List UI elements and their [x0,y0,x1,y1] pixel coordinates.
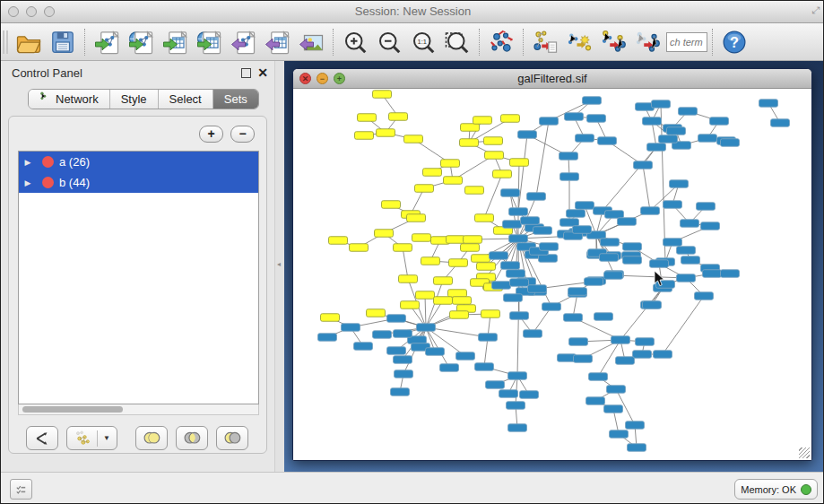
horizontal-scrollbar[interactable] [18,404,259,415]
network-node-blue[interactable] [528,285,547,293]
network-node-blue[interactable] [623,256,642,265]
network-node-blue[interactable] [670,180,689,188]
network-node-blue[interactable] [610,430,629,439]
network-node-yellow[interactable] [355,132,374,140]
network-node-blue[interactable] [492,282,511,290]
network-node-blue[interactable] [456,352,475,361]
network-node-blue[interactable] [586,397,605,405]
network-node-blue[interactable] [721,270,740,278]
network-node-blue[interactable] [626,421,645,430]
network-node-blue[interactable] [507,270,525,278]
network-node-yellow[interactable] [472,255,490,263]
network-node-blue[interactable] [574,355,593,363]
network-node-blue[interactable] [394,356,412,364]
network-node-blue[interactable] [318,334,337,342]
network-node-blue[interactable] [475,363,494,371]
network-node-yellow[interactable] [407,214,426,222]
network-node-blue[interactable] [652,100,671,109]
network-node-yellow[interactable] [465,187,484,195]
create-set-from-network-button[interactable]: ▼ [66,426,117,450]
network-node-blue[interactable] [342,324,360,332]
network-node-blue[interactable] [527,193,546,201]
set-difference-button[interactable] [216,426,248,450]
zoom-selected-region-button[interactable] [440,26,474,58]
network-node-yellow[interactable] [447,236,465,244]
network-node-yellow[interactable] [453,297,472,305]
network-node-yellow[interactable] [485,152,504,160]
network-node-blue[interactable] [623,243,642,251]
network-node-blue[interactable] [394,330,412,338]
panel-splitter[interactable]: ◂ [274,61,284,472]
scrollbar-thumb[interactable] [22,406,123,413]
network-node-blue[interactable] [565,113,584,121]
network-node-blue[interactable] [650,260,669,268]
fullscreen-icon[interactable]: ⤢ [811,4,820,16]
network-node-blue[interactable] [542,303,561,311]
network-node-yellow[interactable] [321,314,340,322]
network-node-blue[interactable] [508,372,527,380]
network-node-yellow[interactable] [373,91,392,99]
network-node-blue[interactable] [659,135,678,143]
dropdown-arrow-icon[interactable]: ▼ [100,434,113,442]
network-node-blue[interactable] [440,364,459,372]
network-node-yellow[interactable] [367,309,386,317]
network-node-blue[interactable] [510,312,529,320]
task-monitor-button[interactable] [10,479,32,500]
network-node-yellow[interactable] [449,259,468,267]
copy-network-to-clipboard-button[interactable] [528,26,562,58]
close-panel-icon[interactable]: ✕ [257,65,268,80]
network-node-blue[interactable] [698,135,717,143]
network-node-blue[interactable] [539,255,558,263]
network-node-yellow[interactable] [389,113,408,121]
toolbar-grip[interactable] [3,30,8,54]
network-node-blue[interactable] [560,219,579,227]
network-node-yellow[interactable] [412,234,431,242]
remove-set-button[interactable]: − [230,126,255,143]
network-node-blue[interactable] [611,336,630,344]
set-intersection-button[interactable] [176,426,208,450]
float-panel-icon[interactable] [241,68,251,78]
network-node-blue[interactable] [524,330,542,338]
network-node-yellow[interactable] [350,244,369,252]
network-node-yellow[interactable] [329,237,348,245]
network-node-blue[interactable] [426,348,445,356]
network-node-blue[interactable] [604,272,623,280]
network-node-blue[interactable] [643,117,662,126]
network-node-blue[interactable] [710,117,729,126]
network-node-blue[interactable] [521,217,540,225]
network-node-blue[interactable] [598,137,617,145]
network-node-blue[interactable] [564,314,583,322]
network-node-yellow[interactable] [464,236,482,244]
network-node-blue[interactable] [634,161,653,169]
network-node-yellow[interactable] [399,275,418,283]
network-node-yellow[interactable] [450,311,469,319]
network-node-blue[interactable] [387,315,406,323]
network-node-blue[interactable] [628,444,646,452]
network-node-blue[interactable] [560,173,579,181]
tab-style[interactable]: Style [110,90,159,109]
network-node-blue[interactable] [507,402,525,410]
network-node-yellow[interactable] [441,160,460,168]
network-node-blue[interactable] [508,424,527,432]
network-node-yellow[interactable] [481,310,500,318]
network-node-yellow[interactable] [375,230,394,238]
network-node-blue[interactable] [583,97,602,105]
network-node-blue[interactable] [759,100,778,108]
network-node-yellow[interactable] [510,159,529,167]
network-node-blue[interactable] [540,243,559,251]
network-node-blue[interactable] [677,274,696,282]
network-canvas[interactable] [293,89,811,460]
network-node-blue[interactable] [667,127,686,135]
network-node-yellow[interactable] [461,124,480,132]
zoom-actual-size-button[interactable]: 1:1 [406,26,440,58]
set-row[interactable]: ▶a (26) [19,152,258,172]
network-node-yellow[interactable] [434,297,453,305]
network-node-blue[interactable] [533,227,552,235]
network-node-blue[interactable] [540,117,559,126]
tab-network[interactable]: Network [29,90,110,109]
network-node-blue[interactable] [604,405,623,413]
export-network-button[interactable] [226,26,260,58]
network-node-blue[interactable] [647,143,666,152]
network-node-blue[interactable] [587,115,606,123]
network-node-yellow[interactable] [434,277,453,285]
